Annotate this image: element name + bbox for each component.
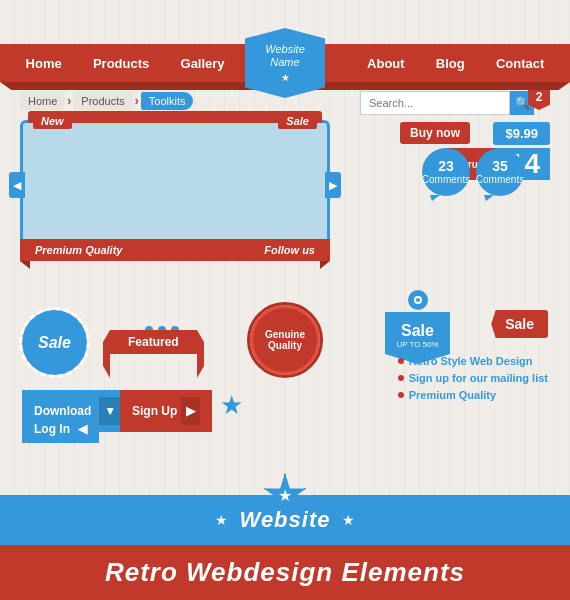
signup-button[interactable]: Sign Up ▶	[120, 390, 212, 432]
nav-home[interactable]: Home	[26, 56, 62, 71]
comment-label-1: Comments	[422, 174, 470, 186]
hanger-ring	[408, 290, 428, 310]
footer: Retro Webdesign Elements	[0, 545, 570, 600]
bottom-ribbon-text: Website	[240, 507, 331, 533]
bullet-text-3: Premium Quality	[409, 389, 496, 401]
bullet-dot-3	[398, 392, 404, 398]
ribbon-star-left: ★	[215, 512, 228, 528]
signup-arrow: ▶	[181, 397, 200, 425]
sale-circle-badge: Sale	[22, 310, 87, 375]
featured-ribbon: Featured	[110, 330, 197, 354]
breadcrumb-arrow-2: ›	[135, 94, 139, 108]
bullet-dot-2	[398, 375, 404, 381]
buy-button[interactable]: Buy now	[400, 122, 470, 144]
comment-bubble-2: 35 Comments	[476, 148, 524, 196]
bottom-ribbon-container: ★ ★ Website ★	[0, 495, 570, 545]
breadcrumb-products[interactable]: Products	[73, 92, 132, 110]
quality-line1: Genuine	[265, 329, 305, 340]
label-new: New	[33, 113, 72, 129]
frame-bottom-left: Premium Quality	[35, 244, 122, 256]
breadcrumb-home[interactable]: Home	[20, 92, 65, 110]
right-text-block: Retro Style Web Design Sign up for our m…	[398, 355, 548, 406]
quality-seal: Genuine Quality	[250, 305, 320, 375]
hanger-title: Sale	[390, 322, 445, 340]
nav-about[interactable]: About	[367, 56, 405, 71]
nav-contact[interactable]: Contact	[496, 56, 544, 71]
ribbon-star-right: ★	[342, 512, 355, 528]
label-sale: Sale	[278, 113, 317, 129]
search-input[interactable]	[369, 97, 507, 109]
content-frame: New Sale ◀ ▶ Premium Quality Follow us	[20, 120, 330, 250]
frame-bottom-right: Follow us	[264, 244, 315, 256]
breadcrumb-toolkits[interactable]: Toolkits	[141, 92, 194, 110]
footer-text: Retro Webdesign Elements	[105, 557, 465, 588]
price-box: $9.99	[493, 122, 550, 145]
download-arrow: ▼	[99, 397, 121, 425]
bottom-ribbon: ★ ★ Website ★	[0, 495, 570, 545]
quality-line2: Quality	[268, 340, 302, 351]
bullet-line-2: Sign up for our mailing list	[398, 372, 548, 384]
breadcrumb-arrow-1: ›	[67, 94, 71, 108]
comment-count-2: 35	[492, 158, 508, 175]
login-arrow: ◀	[78, 422, 87, 436]
bullet-dot-1	[398, 358, 404, 364]
star-icon: ★	[220, 390, 243, 421]
breadcrumb: Home › Products › Toolkits	[20, 92, 193, 110]
comment-label-2: Comments	[476, 174, 524, 186]
badge-text: Website Name	[265, 43, 305, 69]
featured-label: Featured	[110, 330, 197, 354]
nav-blog[interactable]: Blog	[436, 56, 465, 71]
hanger-body: Sale UP TO 50%	[385, 312, 450, 354]
login-button[interactable]: Log In ◀	[22, 415, 99, 443]
comment-count-1: 23	[438, 158, 454, 175]
bullet-line-1: Retro Style Web Design	[398, 355, 548, 367]
bullet-line-3: Premium Quality	[398, 389, 548, 401]
bullet-text-2: Sign up for our mailing list	[409, 372, 548, 384]
nav-products[interactable]: Products	[93, 56, 149, 71]
comment-bubble-1: 23 Comments	[422, 148, 470, 196]
nav-gallery[interactable]: Gallery	[181, 56, 225, 71]
search-box[interactable]	[360, 91, 510, 115]
sale-hanger: Sale UP TO 50%	[385, 290, 450, 364]
login-label: Log In	[34, 422, 70, 436]
website-name-badge: Website Name ★	[245, 28, 325, 98]
frame-bottom-ribbon: Premium Quality Follow us	[20, 239, 330, 261]
hanger-sub: UP TO 50%	[390, 340, 445, 349]
sale-label-right: Sale	[491, 310, 548, 338]
hanger-hook	[414, 296, 422, 304]
frame-arrow-right[interactable]: ▶	[325, 172, 341, 198]
frame-arrow-left[interactable]: ◀	[9, 172, 25, 198]
signup-label: Sign Up	[132, 404, 177, 418]
price-value: $9.99	[505, 126, 538, 141]
badge-star: ★	[281, 72, 290, 83]
bullet-text-1: Retro Style Web Design	[409, 355, 533, 367]
